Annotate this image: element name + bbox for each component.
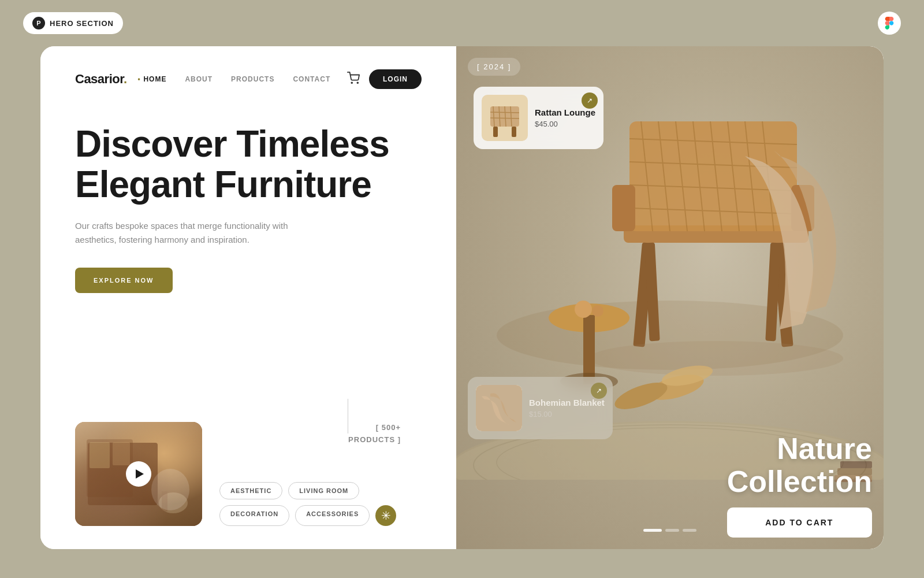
nav-link-home[interactable]: HOME bbox=[143, 75, 166, 83]
svg-rect-6 bbox=[162, 491, 167, 512]
nav-link-contact[interactable]: CONTACT bbox=[293, 75, 330, 83]
right-bg: [ 2024 ] bbox=[456, 46, 884, 549]
tag-aesthetic[interactable]: AESTHETIC bbox=[219, 482, 282, 499]
play-icon bbox=[136, 469, 144, 479]
svg-point-36 bbox=[592, 305, 603, 317]
slide-dot-3[interactable] bbox=[683, 529, 696, 532]
divider bbox=[348, 399, 348, 433]
product-name-rattan: Rattan Lounge bbox=[535, 108, 595, 117]
login-button[interactable]: LOGIN bbox=[369, 69, 422, 89]
svg-line-50 bbox=[490, 118, 519, 118]
svg-rect-52 bbox=[512, 127, 516, 137]
figma-icon[interactable] bbox=[878, 12, 901, 35]
logo: Casarior. bbox=[75, 72, 127, 87]
hero-title: Discover Timeless Elegant Furniture bbox=[75, 124, 422, 205]
svg-rect-53 bbox=[476, 385, 522, 431]
tag-living-room[interactable]: LIVING ROOM bbox=[288, 482, 359, 499]
nav-link-about[interactable]: ABOUT bbox=[185, 75, 213, 83]
top-bar: P HERO SECTION bbox=[0, 12, 924, 35]
product-card-blanket[interactable]: Bohemian Blanket $15.00 ↗ bbox=[468, 377, 613, 439]
collection-title: Nature Collection bbox=[727, 432, 872, 498]
explore-button[interactable]: EXPLORE NOW bbox=[75, 268, 173, 293]
nav-right: LOGIN bbox=[347, 69, 422, 89]
product-image-blanket bbox=[476, 385, 522, 431]
main-card: Casarior. HOME ABOUT PRODUCTS CONTACT LO… bbox=[40, 46, 884, 549]
svg-point-1 bbox=[357, 82, 358, 83]
star-button[interactable]: ✳ bbox=[375, 505, 396, 526]
collection-section: Nature Collection ADD TO CART bbox=[727, 432, 872, 538]
tag-decoration[interactable]: DECORATION bbox=[219, 505, 289, 526]
product-name-blanket: Bohemian Blanket bbox=[529, 398, 605, 407]
cart-icon[interactable] bbox=[347, 72, 360, 87]
stats-text: [ 500+ PRODUCTS ] bbox=[348, 422, 401, 446]
add-to-cart-button[interactable]: ADD TO CART bbox=[727, 507, 872, 538]
badge-text: HERO SECTION bbox=[50, 19, 114, 28]
arrow-button-1[interactable]: ↗ bbox=[582, 92, 598, 109]
svg-line-49 bbox=[490, 112, 519, 113]
hero-subtitle: Our crafts bespoke spaces that merge fun… bbox=[75, 219, 329, 247]
product-info-rattan: Rattan Lounge $45.00 bbox=[535, 108, 595, 128]
bottom-left: [ 500+ PRODUCTS ] AESTHETIC LIVING ROOM … bbox=[75, 422, 422, 526]
badge-icon: P bbox=[32, 17, 45, 29]
hero-badge: P HERO SECTION bbox=[23, 12, 123, 34]
slide-dot-2[interactable] bbox=[665, 529, 679, 532]
tags-row: AESTHETIC LIVING ROOM DECORATION ACCESSO… bbox=[219, 482, 410, 526]
svg-rect-22 bbox=[612, 185, 635, 231]
svg-rect-51 bbox=[493, 127, 498, 137]
product-price-rattan: $45.00 bbox=[535, 120, 595, 128]
video-thumbnail[interactable] bbox=[75, 422, 202, 526]
tag-accessories[interactable]: ACCESSORIES bbox=[295, 505, 370, 526]
stats-tags: [ 500+ PRODUCTS ] AESTHETIC LIVING ROOM … bbox=[202, 422, 422, 526]
product-info-blanket: Bohemian Blanket $15.00 bbox=[529, 398, 605, 418]
left-panel: Casarior. HOME ABOUT PRODUCTS CONTACT LO… bbox=[40, 46, 456, 549]
slide-indicators bbox=[643, 529, 696, 532]
svg-rect-3 bbox=[90, 442, 110, 468]
navigation: Casarior. HOME ABOUT PRODUCTS CONTACT LO… bbox=[75, 69, 422, 89]
product-price-blanket: $15.00 bbox=[529, 410, 605, 418]
product-card-rattan[interactable]: Rattan Lounge $45.00 ↗ bbox=[474, 87, 603, 149]
right-panel: [ 2024 ] bbox=[456, 46, 884, 549]
slide-dot-1[interactable] bbox=[643, 529, 662, 532]
svg-point-35 bbox=[575, 301, 592, 318]
svg-rect-4 bbox=[113, 442, 130, 465]
arrow-button-2[interactable]: ↗ bbox=[591, 383, 607, 399]
nav-link-products[interactable]: PRODUCTS bbox=[231, 75, 274, 83]
year-badge: [ 2024 ] bbox=[468, 58, 520, 76]
svg-point-0 bbox=[351, 82, 352, 83]
stats-container: [ 500+ PRODUCTS ] bbox=[219, 422, 410, 446]
product-image-rattan bbox=[482, 95, 528, 141]
play-button[interactable] bbox=[126, 461, 151, 487]
nav-links: HOME ABOUT PRODUCTS CONTACT bbox=[143, 75, 330, 83]
